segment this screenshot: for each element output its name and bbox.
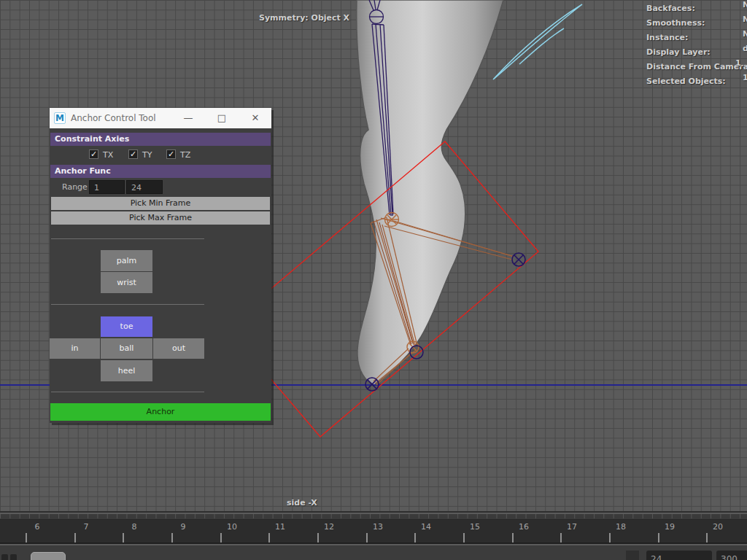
frame-label: 13 xyxy=(370,522,386,532)
hud-row-smoothness: Smoothness: N xyxy=(646,15,747,29)
hud-row-display-layer: Display Layer: d xyxy=(646,44,747,58)
hud-value: 1 xyxy=(743,73,747,82)
cache-tick-strip xyxy=(0,514,747,520)
frame-tick xyxy=(26,533,27,542)
frame-label: 16 xyxy=(516,522,532,532)
section-anchor-func: Anchor Func xyxy=(50,165,271,178)
window-titlebar[interactable]: M Anchor Control Tool — □ ✕ xyxy=(50,108,271,128)
frame-tick xyxy=(317,533,319,542)
frame-tick xyxy=(560,533,562,542)
frame-tick xyxy=(463,533,465,542)
heel-button[interactable]: heel xyxy=(101,360,152,381)
frame-label: 11 xyxy=(272,522,288,532)
checkbox-tx-label: TX xyxy=(103,150,113,160)
range-min-field[interactable]: 1 xyxy=(89,180,125,194)
frame-tick xyxy=(366,533,368,542)
wrist-button[interactable]: wrist xyxy=(101,272,152,293)
frame-label: 12 xyxy=(321,522,337,532)
anchor-control-tool-window: M Anchor Control Tool — □ ✕ Constraint A… xyxy=(50,108,271,423)
toe-button[interactable]: toe xyxy=(101,316,152,337)
checkbox-ty[interactable]: ✓ xyxy=(128,149,138,159)
frame-label: 17 xyxy=(564,522,580,532)
frame-label: 14 xyxy=(418,522,434,532)
frame-tick xyxy=(171,533,173,542)
pick-min-frame-button[interactable]: Pick Min Frame xyxy=(51,197,270,210)
frame-label: 7 xyxy=(78,522,94,532)
out-control-marker[interactable] xyxy=(512,253,525,266)
separator xyxy=(51,238,204,239)
hud-value: N xyxy=(743,0,747,9)
frame-tick xyxy=(414,533,416,542)
time-slider[interactable]: 6 7 8 9 10 11 12 13 14 15 16 17 18 19 20 xyxy=(0,520,747,544)
range-slider-handle[interactable] xyxy=(31,552,66,560)
hud-row-instance: Instance: N xyxy=(646,29,747,44)
heads-up-display: Backfaces: N Smoothness: N Instance: N D… xyxy=(646,0,747,88)
palm-button[interactable]: palm xyxy=(101,250,152,271)
pick-max-frame-button[interactable]: Pick Max Frame xyxy=(51,211,270,225)
hud-row-backfaces: Backfaces: N xyxy=(646,0,747,15)
frame-tick xyxy=(512,533,514,542)
checkbox-tz[interactable]: ✓ xyxy=(166,149,176,159)
range-slider-bar: 24 300 xyxy=(0,545,747,560)
section-constraint-axies: Constraint Axies xyxy=(50,133,271,146)
anchor-button[interactable]: Anchor xyxy=(50,403,271,421)
close-button[interactable]: ✕ xyxy=(241,108,270,128)
hud-row-selected-objects: Selected Objects: 1 xyxy=(646,73,747,88)
hud-value: 1 xyxy=(735,58,741,68)
frame-label: 6 xyxy=(29,522,45,532)
maya-app-icon: M xyxy=(54,112,66,124)
clipped-widget xyxy=(1,554,8,560)
frame-tick xyxy=(609,533,611,542)
ik-handle-curve[interactable] xyxy=(493,4,582,79)
ball-button[interactable]: ball xyxy=(101,338,152,359)
frame-tick xyxy=(74,533,76,542)
view-axis-label: side -X xyxy=(287,498,317,508)
frame-tick xyxy=(706,533,708,542)
frame-tick xyxy=(220,533,222,542)
checkbox-tx[interactable]: ✓ xyxy=(89,149,98,159)
range-label: Range xyxy=(62,182,88,192)
maximize-button[interactable]: □ xyxy=(207,108,236,128)
checkbox-ty-label: TY xyxy=(142,150,152,160)
frame-label: 18 xyxy=(613,522,629,532)
playback-end-field[interactable]: 24 xyxy=(646,551,712,560)
window-title: Anchor Control Tool xyxy=(71,113,156,123)
frame-label: 20 xyxy=(710,522,726,532)
maya-application-screen: Symmetry: Object X side -X Backfaces: N … xyxy=(0,0,747,560)
separator xyxy=(51,392,204,392)
hud-value: N xyxy=(743,15,747,24)
range-max-field[interactable]: 24 xyxy=(126,180,163,194)
hud-row-distance-from-camera: Distance From Camera: 1 xyxy=(646,58,747,73)
out-button[interactable]: out xyxy=(153,338,204,359)
in-button[interactable]: in xyxy=(50,338,100,359)
clipped-widget xyxy=(626,551,639,560)
frame-label: 10 xyxy=(224,522,240,532)
minimize-button[interactable]: — xyxy=(174,108,203,128)
animation-end-field[interactable]: 300 xyxy=(716,551,747,560)
hud-value: d xyxy=(743,44,747,53)
clipped-widget xyxy=(10,554,17,560)
symmetry-hud: Symmetry: Object X xyxy=(259,13,349,23)
frame-label: 15 xyxy=(467,522,483,532)
frame-label: 9 xyxy=(175,522,191,532)
frame-tick xyxy=(658,533,659,542)
checkbox-tz-label: TZ xyxy=(180,150,190,160)
frame-label: 19 xyxy=(662,522,678,532)
frame-tick xyxy=(123,533,124,542)
frame-label: 8 xyxy=(126,522,142,532)
hud-value: N xyxy=(743,29,747,39)
frame-tick xyxy=(268,533,270,542)
separator xyxy=(51,304,204,305)
